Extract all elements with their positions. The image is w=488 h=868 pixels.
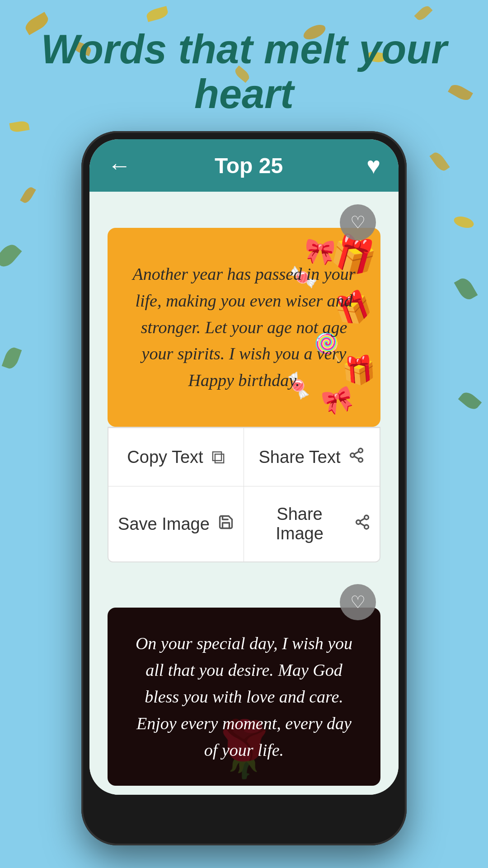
share-text-button[interactable]: Share Text <box>244 428 380 486</box>
svg-line-4 <box>354 452 359 454</box>
card-1-favorite-button[interactable]: ♡ <box>340 204 376 241</box>
card-1-heart-icon: ♡ <box>350 212 366 232</box>
svg-line-8 <box>360 523 365 526</box>
save-image-label: Save Image <box>118 514 210 534</box>
share-image-icon <box>354 513 371 535</box>
share-text-label: Share Text <box>259 448 341 467</box>
card-1-quote-text: Another year has passed in your life, ma… <box>132 261 356 394</box>
card-2-quote-text: On your special day, I wish you all that… <box>130 630 358 763</box>
save-icon <box>218 513 234 535</box>
back-button[interactable]: ← <box>108 152 131 179</box>
phone-outer-frame: ← Top 25 ♥ ♡ 🎁 🍬 🎀 <box>81 131 407 845</box>
copy-icon: ⧉ <box>211 446 225 468</box>
svg-line-9 <box>360 519 365 521</box>
card-1-area: ♡ 🎁 🍬 🎀 🎁 🍭 🎁 🍬 🎀 <box>89 192 399 571</box>
main-heading-text: Words that melt your heart <box>36 27 452 117</box>
share-image-button[interactable]: Share Image <box>244 486 380 561</box>
action-buttons-group: Copy Text ⧉ Share Text Save Im <box>108 427 380 562</box>
card-2-heart-icon: ♡ <box>350 592 366 612</box>
card-2-area: ♡ 🌹 On your special day, I wish you all … <box>89 571 399 795</box>
svg-line-3 <box>354 456 359 459</box>
card-2-favorite-button[interactable]: ♡ <box>340 584 376 620</box>
screen-title: Top 25 <box>215 153 283 178</box>
main-heading-container: Words that melt your heart <box>0 27 488 117</box>
top-navigation-bar: ← Top 25 ♥ <box>89 139 399 192</box>
copy-text-button[interactable]: Copy Text ⧉ <box>108 428 244 486</box>
save-image-button[interactable]: Save Image <box>108 486 244 561</box>
copy-text-label: Copy Text <box>127 448 203 467</box>
card-2-quote-card: 🌹 On your special day, I wish you all th… <box>108 608 380 786</box>
card-1-quote-card: 🎁 🍬 🎀 🎁 🍭 🎁 🍬 🎀 Another year has passed … <box>108 228 380 427</box>
share-text-icon <box>348 446 365 468</box>
phone-screen: ← Top 25 ♥ ♡ 🎁 🍬 🎀 <box>89 139 399 795</box>
favorite-button[interactable]: ♥ <box>366 152 380 179</box>
share-image-label: Share Image <box>253 505 346 543</box>
phone-mockup: ← Top 25 ♥ ♡ 🎁 🍬 🎀 <box>81 131 407 845</box>
